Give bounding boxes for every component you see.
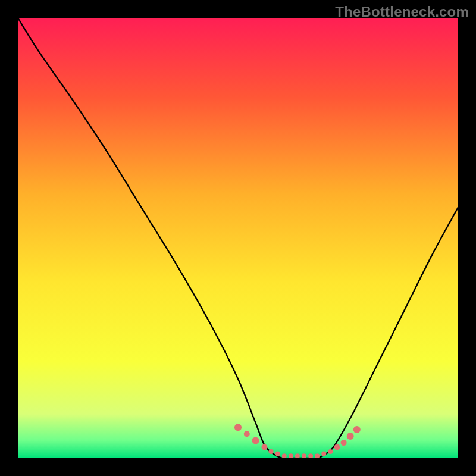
marker-point	[334, 444, 340, 450]
marker-point	[289, 453, 293, 458]
marker-point	[328, 449, 333, 454]
marker-point	[269, 449, 274, 454]
marker-point	[261, 444, 267, 450]
marker-point	[244, 431, 250, 437]
chart-frame	[18, 18, 458, 458]
marker-point	[275, 452, 280, 456]
marker-point	[353, 426, 361, 433]
marker-point	[308, 453, 313, 458]
marker-point	[321, 452, 326, 456]
watermark-text: TheBottleneck.com	[335, 4, 469, 20]
marker-point	[252, 437, 259, 444]
marker-point	[295, 453, 300, 458]
marker-point	[234, 424, 242, 431]
marker-point	[282, 453, 287, 458]
marker-point	[315, 453, 320, 458]
marker-point	[341, 440, 347, 446]
marker-point	[302, 453, 306, 458]
bottleneck-chart	[18, 18, 458, 458]
gradient-background	[18, 18, 458, 458]
marker-point	[347, 433, 354, 440]
